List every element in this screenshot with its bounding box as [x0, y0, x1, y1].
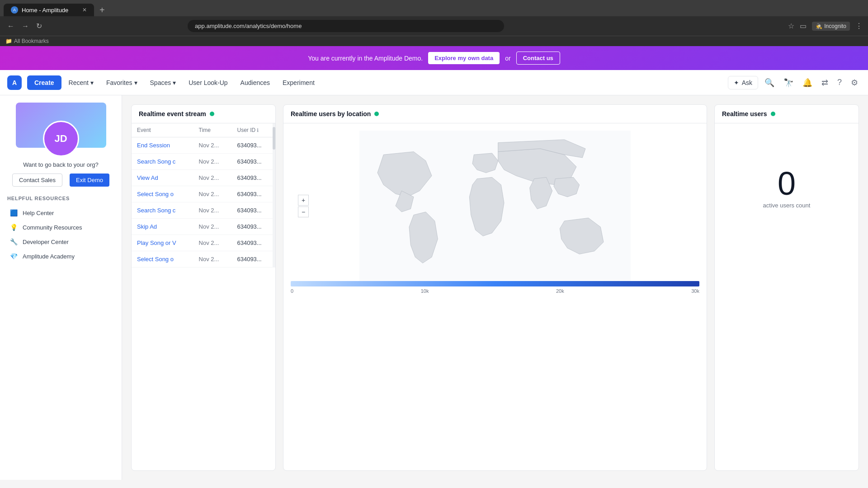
map-legend-labels: 0 10k 20k 30k [291, 288, 699, 294]
logo-text: A [12, 79, 17, 86]
nav-user-lookup[interactable]: User Look-Up [183, 75, 233, 90]
event-table: Event Time User ID ℹ End Session Nov 2..… [132, 123, 275, 267]
tab-close-btn[interactable]: ✕ [82, 7, 87, 13]
create-button[interactable]: Create [27, 75, 61, 90]
time-cell: Nov 2... [193, 186, 232, 202]
new-tab-btn[interactable]: + [96, 5, 108, 15]
settings-icon[interactable]: ⚙ [848, 75, 861, 90]
realtime-users-title: Realtime users [722, 110, 767, 117]
table-row: Skip Ad Nov 2... 634093... [132, 219, 275, 235]
avatar-background: JD [16, 103, 106, 148]
contact-sales-button[interactable]: Contact Sales [12, 174, 62, 187]
time-cell: Nov 2... [193, 202, 232, 219]
avatar-section: JD Want to go back to your org? Contact … [7, 103, 114, 187]
chevron-down-icon: ▾ [134, 79, 137, 86]
zoom-controls: + − [298, 195, 309, 217]
sidebar: JD Want to go back to your org? Contact … [0, 95, 122, 480]
tab-favicon: A [11, 6, 18, 14]
bell-icon[interactable]: 🔔 [800, 75, 815, 90]
bookmarks-label: All Bookmarks [14, 38, 49, 44]
realtime-users-card: Realtime users 0 active users count [714, 104, 859, 471]
chevron-down-icon: ▾ [90, 79, 94, 86]
refresh-btn[interactable]: ↻ [34, 20, 44, 32]
event-cell: Select Song o [132, 251, 193, 267]
browser-tab[interactable]: A Home - Amplitude ✕ [4, 4, 94, 16]
users-count-number: 0 [778, 165, 796, 202]
nav-user-lookup-label: User Look-Up [189, 79, 227, 86]
nav-favorites[interactable]: Favorites ▾ [101, 75, 143, 90]
nav-experiment-label: Experiment [283, 79, 315, 86]
sparkle-icon: ✦ [734, 79, 739, 86]
zoom-out-btn[interactable]: − [298, 206, 309, 217]
go-back-text: Want to go back to your org? [7, 161, 114, 168]
zoom-in-btn[interactable]: + [298, 195, 309, 206]
sidebar-item-academy[interactable]: 💎 Amplitude Academy [7, 249, 114, 263]
user-cell: 634093... [231, 251, 275, 267]
academy-label: Amplitude Academy [23, 253, 75, 260]
address-bar[interactable]: app.amplitude.com/analytics/demo/home [188, 20, 504, 32]
search-icon[interactable]: 🔍 [762, 75, 777, 90]
nav-favorites-label: Favorites [106, 79, 132, 86]
demo-banner-message: You are currently in the Amplitude Demo. [308, 55, 423, 62]
table-row: Select Song o Nov 2... 634093... [132, 186, 275, 202]
help-center-label: Help Center [23, 210, 54, 216]
helpful-resources-title: HELPFUL RESOURCES [7, 196, 114, 201]
col-event: Event [132, 123, 193, 137]
nav-recent[interactable]: Recent ▾ [63, 75, 99, 90]
location-card: Realtime users by location + − [283, 104, 707, 471]
event-cell: Select Song o [132, 186, 193, 202]
map-svg [359, 131, 631, 281]
star-icon[interactable]: ☆ [788, 22, 794, 30]
users-live-indicator [771, 112, 775, 116]
map-legend-bar [291, 281, 699, 286]
or-text: or [505, 55, 510, 62]
nav-spaces-label: Spaces [150, 79, 171, 86]
amplitude-logo[interactable]: A [7, 75, 22, 90]
table-row: Play Song or V Nov 2... 634093... [132, 235, 275, 251]
event-stream-card: Realtime event stream Event Time User ID… [131, 104, 276, 471]
ask-label: Ask [742, 79, 752, 86]
time-cell: Nov 2... [193, 235, 232, 251]
chevron-down-icon: ▾ [173, 79, 176, 86]
legend-10k: 10k [421, 288, 429, 294]
event-cell: Search Song c [132, 202, 193, 219]
sidebar-item-developer[interactable]: 🔧 Developer Center [7, 235, 114, 249]
table-row: Select Song o Nov 2... 634093... [132, 251, 275, 267]
event-cell: Search Song c [132, 154, 193, 170]
location-header: Realtime users by location [283, 105, 707, 123]
live-indicator [210, 112, 214, 116]
community-icon: 💡 [9, 223, 18, 232]
nav-experiment[interactable]: Experiment [277, 75, 320, 90]
top-nav: A Create Recent ▾ Favorites ▾ Spaces ▾ U… [0, 70, 868, 95]
user-cell: 634093... [231, 186, 275, 202]
table-row: End Session Nov 2... 634093... [132, 137, 275, 154]
url-text: app.amplitude.com/analytics/demo/home [195, 23, 302, 29]
ask-button[interactable]: ✦ Ask [728, 76, 758, 89]
exit-demo-button[interactable]: Exit Demo [70, 174, 109, 187]
forward-btn[interactable]: → [20, 20, 31, 32]
col-userid: User ID ℹ [231, 123, 275, 137]
sidebar-item-help-center[interactable]: 🟦 Help Center [7, 206, 114, 220]
back-btn[interactable]: ← [5, 20, 16, 32]
academy-icon: 💎 [9, 252, 18, 261]
developer-icon: 🔧 [9, 237, 18, 246]
user-cell: 634093... [231, 170, 275, 186]
legend-0: 0 [291, 288, 293, 294]
user-cell: 634093... [231, 154, 275, 170]
refresh-data-icon[interactable]: ⇄ [819, 75, 831, 90]
event-stream-header: Realtime event stream [132, 105, 275, 123]
sidebar-item-community[interactable]: 💡 Community Resources [7, 220, 114, 235]
event-cell: End Session [132, 137, 193, 154]
user-cell: 634093... [231, 137, 275, 154]
world-map: + − [291, 131, 699, 281]
explore-own-data-btn[interactable]: Explore my own data [428, 52, 500, 64]
nav-spaces[interactable]: Spaces ▾ [145, 75, 182, 90]
contact-us-btn[interactable]: Contact us [516, 52, 560, 65]
content-area: Realtime event stream Event Time User ID… [122, 95, 868, 480]
telescope-icon[interactable]: 🔭 [781, 75, 796, 90]
help-icon[interactable]: ? [835, 75, 844, 90]
event-stream-title: Realtime event stream [139, 110, 206, 117]
menu-icon[interactable]: ⋮ [855, 22, 863, 30]
extension-icon[interactable]: ▭ [800, 22, 807, 30]
nav-audiences[interactable]: Audiences [235, 75, 275, 90]
